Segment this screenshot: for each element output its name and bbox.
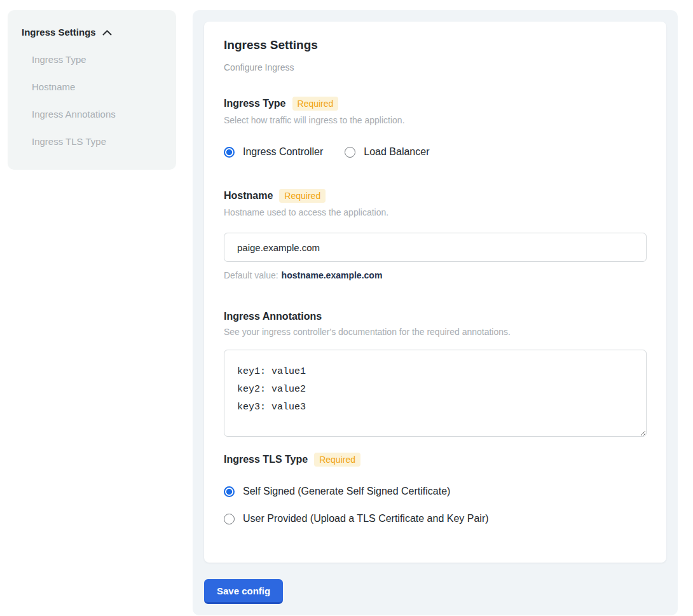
field-hostname: Hostname Required Hostname used to acces… [224,189,647,280]
settings-sidebar: Ingress Settings Ingress Type Hostname I… [8,10,176,170]
radio-option-ingress-controller[interactable]: Ingress Controller [224,146,323,158]
radio-option-user-provided[interactable]: User Provided (Upload a TLS Certificate … [224,513,647,524]
annotations-textarea[interactable]: key1: value1 key2: value2 key3: value3 [224,350,647,437]
sidebar-nav: Ingress Type Hostname Ingress Annotation… [22,54,162,147]
hostname-label: Hostname [224,190,273,202]
required-badge: Required [292,97,339,111]
sidebar-item-ingress-type[interactable]: Ingress Type [22,54,162,65]
load-balancer-radio[interactable] [345,147,355,158]
self-signed-radio[interactable] [224,486,235,497]
default-value-prefix: Default value: [224,270,278,280]
sidebar-item-ingress-tls-type[interactable]: Ingress TLS Type [22,136,162,147]
user-provided-radio[interactable] [224,514,235,524]
sidebar-item-hostname[interactable]: Hostname [22,81,162,92]
config-panel: Ingress Settings Configure Ingress Ingre… [193,10,678,615]
default-value-text: hostname.example.com [282,270,383,280]
ingress-settings-card: Ingress Settings Configure Ingress Ingre… [204,22,666,563]
ingress-controller-radio[interactable] [224,147,235,158]
chevron-up-icon [102,30,112,36]
annotations-description: See your ingress controller's documentat… [224,327,647,337]
hostname-default-line: Default value:hostname.example.com [224,270,647,280]
page: Ingress Settings Ingress Type Hostname I… [0,0,693,615]
sidebar-group-label: Ingress Settings [22,27,96,38]
ingress-type-radio-group: Ingress Controller Load Balancer [224,146,647,158]
tls-type-label: Ingress TLS Type [224,454,308,465]
save-config-button[interactable]: Save config [204,579,283,604]
sidebar-item-ingress-annotations[interactable]: Ingress Annotations [22,109,162,120]
hostname-input[interactable] [224,233,647,262]
radio-option-self-signed[interactable]: Self Signed (Generate Self Signed Certif… [224,486,647,497]
sidebar-group-ingress-settings[interactable]: Ingress Settings [22,27,162,38]
ingress-type-label: Ingress Type [224,98,286,109]
page-subtitle: Configure Ingress [224,62,647,72]
radio-label: Load Balancer [364,146,429,158]
field-ingress-annotations: Ingress Annotations See your ingress con… [224,311,647,439]
radio-label: User Provided (Upload a TLS Certificate … [243,513,489,524]
required-badge: Required [314,453,360,467]
annotations-label: Ingress Annotations [224,311,322,322]
required-badge: Required [279,189,326,203]
page-title: Ingress Settings [224,38,647,52]
field-ingress-type: Ingress Type Required Select how traffic… [224,97,647,158]
radio-label: Self Signed (Generate Self Signed Certif… [243,486,450,497]
ingress-type-description: Select how traffic will ingress to the a… [224,115,647,125]
field-ingress-tls-type: Ingress TLS Type Required Self Signed (G… [224,453,647,524]
radio-option-load-balancer[interactable]: Load Balancer [345,146,429,158]
hostname-description: Hostname used to access the application. [224,207,647,217]
radio-label: Ingress Controller [243,146,323,158]
tls-type-radio-group: Self Signed (Generate Self Signed Certif… [224,486,647,524]
